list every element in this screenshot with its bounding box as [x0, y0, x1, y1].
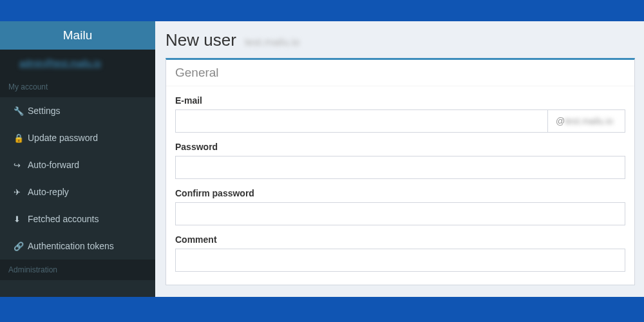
link-icon: 🔗	[14, 242, 28, 251]
domain-text: test.mailu.io	[565, 116, 613, 126]
nav-update-password[interactable]: 🔒 Update password	[0, 124, 155, 151]
share-icon: ↪	[14, 160, 28, 170]
wrench-icon: 🔧	[14, 106, 28, 116]
email-domain-addon: @test.mailu.io	[548, 109, 625, 133]
email-label: E-mail	[175, 95, 625, 106]
confirm-input[interactable]	[175, 202, 625, 225]
page-subtitle: test.mailu.io	[245, 37, 299, 48]
password-input[interactable]	[175, 156, 625, 179]
page-title: New user test.mailu.io	[166, 30, 635, 50]
nav-label: Auto-reply	[28, 187, 69, 197]
sidebar: Mailu admin@test.mailu.io My account 🔧 S…	[0, 21, 155, 297]
at-symbol: @	[556, 116, 565, 126]
nav-label: Settings	[28, 106, 61, 116]
form-group-comment: Comment	[175, 234, 625, 272]
app-window: Mailu admin@test.mailu.io My account 🔧 S…	[0, 21, 644, 297]
lock-icon: 🔒	[14, 133, 28, 143]
general-panel: General E-mail @test.mailu.io Password	[166, 58, 635, 285]
email-input-group: @test.mailu.io	[175, 109, 625, 133]
nav-auto-reply[interactable]: ✈ Auto-reply	[0, 178, 155, 205]
nav-label: Auto-forward	[28, 160, 79, 170]
panel-header: General	[166, 60, 634, 86]
main-content: New user test.mailu.io General E-mail @t…	[155, 21, 644, 297]
current-user-email: admin@test.mailu.io	[19, 58, 101, 68]
section-header-account: My account	[0, 77, 155, 97]
download-icon: ⬇	[14, 214, 28, 224]
section-header-admin: Administration	[0, 260, 155, 280]
nav-label: Authentication tokens	[28, 241, 114, 251]
nav-label: Fetched accounts	[28, 214, 99, 224]
panel-body: E-mail @test.mailu.io Password Confirm p…	[166, 86, 634, 285]
form-group-confirm: Confirm password	[175, 188, 625, 225]
nav-label: Update password	[28, 133, 98, 143]
nav-auth-tokens[interactable]: 🔗 Authentication tokens	[0, 232, 155, 260]
confirm-label: Confirm password	[175, 188, 625, 198]
comment-input[interactable]	[175, 249, 625, 272]
nav-settings[interactable]: 🔧 Settings	[0, 97, 155, 124]
current-user[interactable]: admin@test.mailu.io	[0, 50, 155, 77]
form-group-email: E-mail @test.mailu.io	[175, 95, 625, 133]
plane-icon: ✈	[14, 187, 28, 197]
form-group-password: Password	[175, 142, 625, 179]
nav-fetched-accounts[interactable]: ⬇ Fetched accounts	[0, 205, 155, 232]
email-input[interactable]	[175, 109, 548, 133]
nav-auto-forward[interactable]: ↪ Auto-forward	[0, 151, 155, 178]
brand-logo[interactable]: Mailu	[0, 21, 155, 50]
password-label: Password	[175, 142, 625, 152]
page-title-text: New user	[166, 30, 236, 50]
comment-label: Comment	[175, 234, 625, 245]
